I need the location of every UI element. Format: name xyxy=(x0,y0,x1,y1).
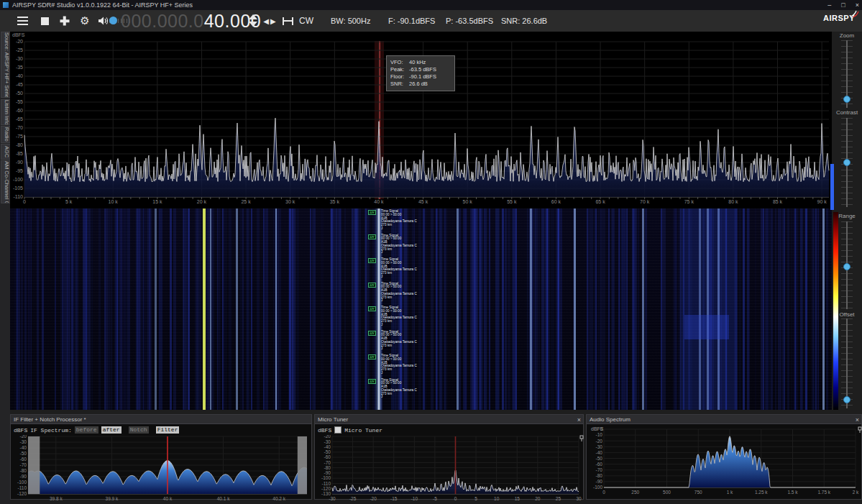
svg-text:20 k: 20 k xyxy=(197,199,207,204)
peak-readout: P: -63.5dBFS xyxy=(446,10,493,32)
station-badge: JJY xyxy=(368,283,376,288)
svg-text:-50: -50 xyxy=(596,456,603,461)
step-down-icon[interactable] xyxy=(249,22,257,27)
panel-close-icon[interactable]: × xyxy=(856,416,859,423)
frequency-display[interactable]: 000.000.040.000 xyxy=(121,11,261,32)
contrast-label: Contrast xyxy=(832,109,862,116)
bandwidth-readout: BW: 500Hz xyxy=(331,10,370,32)
waterfall-stripe xyxy=(546,209,548,410)
waterfall-stripe xyxy=(170,209,172,410)
svg-text:-80: -80 xyxy=(16,142,23,147)
waterfall[interactable]: JJYTime Signal00:00 > 00:00A1BOtakadoyam… xyxy=(10,209,832,410)
station-badge: JJY xyxy=(368,354,376,359)
svg-text:-120: -120 xyxy=(321,486,331,491)
offset-slider[interactable] xyxy=(841,319,853,408)
svg-text:-10: -10 xyxy=(596,432,603,437)
micro-unit-label: dBFS xyxy=(318,427,331,434)
waterfall-stripe xyxy=(275,209,277,410)
station-badge: JJY xyxy=(368,306,376,311)
svg-text:-20: -20 xyxy=(596,439,603,444)
settings-gear-icon[interactable]: ⚙ xyxy=(78,10,92,32)
spectrum-panel[interactable]: -20-25-30-35-40-45-50-55-60-65-70-75-80-… xyxy=(10,32,832,209)
svg-text:50 k: 50 k xyxy=(463,199,473,204)
zoom-slider-thumb[interactable] xyxy=(843,96,850,103)
waterfall-stripe xyxy=(626,209,628,410)
svg-text:-90: -90 xyxy=(324,470,331,475)
micro-tuner-checkbox[interactable] xyxy=(334,426,341,434)
zoom-slider[interactable] xyxy=(841,40,853,108)
waterfall-stripe xyxy=(104,209,106,410)
svg-text:0: 0 xyxy=(454,496,457,501)
svg-text:250: 250 xyxy=(631,490,639,495)
svg-text:-25: -25 xyxy=(349,496,357,501)
svg-text:-80: -80 xyxy=(324,465,331,470)
svg-text:5: 5 xyxy=(474,496,477,501)
frequency-steppers[interactable] xyxy=(248,13,258,29)
menu-icon[interactable] xyxy=(14,10,30,32)
sidebar-tab-source[interactable]: Source: AIRSPY HF+ Series xyxy=(1,32,11,98)
waterfall-scrollbar[interactable] xyxy=(830,164,834,210)
waterfall-stripe xyxy=(489,209,490,410)
tune-left-right-icons[interactable]: ◀▶ xyxy=(261,10,280,32)
svg-text:65 k: 65 k xyxy=(595,199,605,204)
range-slider-thumb[interactable] xyxy=(843,263,850,270)
if-unit-label: dBFS xyxy=(14,427,27,434)
before-toggle[interactable]: before xyxy=(75,426,98,434)
step-up-icon[interactable] xyxy=(249,14,257,19)
svg-text:30 k: 30 k xyxy=(285,199,295,204)
svg-text:-20: -20 xyxy=(370,496,377,501)
contrast-slider[interactable] xyxy=(841,118,853,207)
svg-text:-60: -60 xyxy=(16,108,23,113)
svg-text:-40: -40 xyxy=(596,450,603,455)
svg-text:0: 0 xyxy=(23,199,26,204)
snap-to-grid-icon[interactable] xyxy=(283,17,293,25)
svg-text:-90: -90 xyxy=(16,160,23,165)
if-filter-panel-header[interactable]: IF Filter + Notch Processor * xyxy=(11,415,311,424)
sidebar-tab-listen-info[interactable]: Listen Info xyxy=(1,99,11,125)
waterfall-stripe xyxy=(805,209,807,410)
svg-text:90 k: 90 k xyxy=(817,199,827,204)
volume-thumb[interactable] xyxy=(109,17,117,24)
mode-label[interactable]: CW xyxy=(296,10,316,32)
range-slider[interactable] xyxy=(841,221,853,309)
window-title: AIRSPY SDR# Studio v1.0.0.1922 64-Bit - … xyxy=(12,0,193,10)
contrast-slider-thumb[interactable] xyxy=(843,159,850,166)
sidebar-tab-radio[interactable]: Radio xyxy=(1,126,11,143)
close-button[interactable]: × xyxy=(856,0,859,10)
waterfall-stripe xyxy=(618,209,620,410)
filter-toggle[interactable]: Filter xyxy=(156,426,180,434)
svg-text:-20: -20 xyxy=(324,435,331,439)
svg-text:70 k: 70 k xyxy=(640,199,650,204)
waterfall-stripe xyxy=(331,209,333,410)
sidebar-tab-am-cochannel[interactable]: AM Co-Channel Canceller xyxy=(1,160,11,203)
notch-toggle[interactable]: Notch xyxy=(129,426,149,434)
station-annotation-text: Time Signal00:00 > 00:00A1BOtakadoyama T… xyxy=(381,306,437,327)
audio-spectrum-panel-header[interactable]: Audio Spectrum xyxy=(587,415,861,424)
waterfall-stripe xyxy=(457,209,459,410)
svg-text:-105: -105 xyxy=(13,185,23,191)
waterfall-stripe xyxy=(595,209,597,410)
after-toggle[interactable]: after xyxy=(101,426,121,434)
add-icon[interactable] xyxy=(58,10,72,32)
minimize-button[interactable]: – xyxy=(827,0,831,10)
svg-text:-80: -80 xyxy=(596,473,603,478)
svg-text:-110: -110 xyxy=(17,485,27,490)
if-spectrum-chart: -20-30-40-50-60-70-80-90-100-110-12039.8… xyxy=(12,435,311,503)
waterfall-stripe xyxy=(251,209,252,410)
micro-tuner-panel-header[interactable]: Micro Tuner xyxy=(315,415,583,424)
svg-text:-60: -60 xyxy=(324,454,331,459)
svg-text:-110: -110 xyxy=(14,194,24,199)
offset-slider-thumb[interactable] xyxy=(843,396,850,403)
svg-text:-30: -30 xyxy=(329,496,336,501)
maximize-button[interactable]: □ xyxy=(841,0,845,10)
if-spectrum-label: IF Spectrum: xyxy=(30,427,72,434)
sidebar-tab-agc[interactable]: AGC xyxy=(1,144,11,160)
stop-button[interactable] xyxy=(37,10,52,32)
waterfall-stripe xyxy=(502,209,504,410)
panel-close-icon[interactable]: × xyxy=(577,416,581,423)
titlebar: AIRSPY SDR# Studio v1.0.0.1922 64-Bit - … xyxy=(0,0,862,10)
svg-text:-70: -70 xyxy=(16,125,23,130)
svg-text:-120: -120 xyxy=(17,491,27,496)
waterfall-stripe xyxy=(608,209,610,410)
waterfall-stripe xyxy=(289,209,291,410)
